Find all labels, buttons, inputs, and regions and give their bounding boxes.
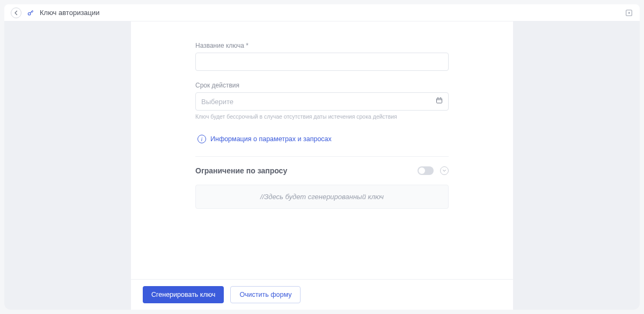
key-icon — [27, 9, 34, 17]
page-title: Ключ авторизации — [40, 9, 100, 17]
clear-button[interactable]: Очистить форму — [230, 286, 301, 303]
key-name-field-group: Название ключа * — [195, 42, 449, 71]
chevron-left-icon — [13, 10, 19, 16]
info-link-row[interactable]: i Информация о параметрах и запросах — [195, 135, 449, 143]
restriction-row: Ограничение по запросу — [195, 166, 449, 175]
divider — [195, 156, 449, 157]
form-panel: Название ключа * Срок действия — [131, 21, 513, 310]
generated-key-box: //Здесь будет сгенерированный ключ — [195, 185, 449, 209]
header-bar: Ключ авторизации — [4, 4, 640, 21]
restriction-toggle[interactable] — [418, 166, 434, 175]
info-link-text: Информация о параметрах и запросах — [210, 135, 332, 143]
expiry-label: Срок действия — [195, 82, 449, 89]
key-name-label: Название ключа * — [195, 42, 449, 49]
info-icon: i — [197, 135, 206, 143]
expiry-field-group: Срок действия Ключ будет бессрочный в сл… — [195, 82, 449, 120]
back-button[interactable] — [11, 8, 21, 18]
header-action-icon[interactable] — [625, 9, 633, 17]
chevron-down-icon — [442, 169, 447, 173]
expiry-input[interactable] — [195, 92, 449, 111]
generate-button[interactable]: Сгенерировать ключ — [143, 286, 224, 303]
expiry-hint: Ключ будет бессрочный в случае отсутстви… — [195, 113, 449, 120]
key-name-input[interactable] — [195, 53, 449, 71]
restriction-label: Ограничение по запросу — [195, 166, 287, 175]
footer-bar: Сгенерировать ключ Очистить форму — [131, 279, 513, 310]
expand-button[interactable] — [440, 166, 449, 175]
